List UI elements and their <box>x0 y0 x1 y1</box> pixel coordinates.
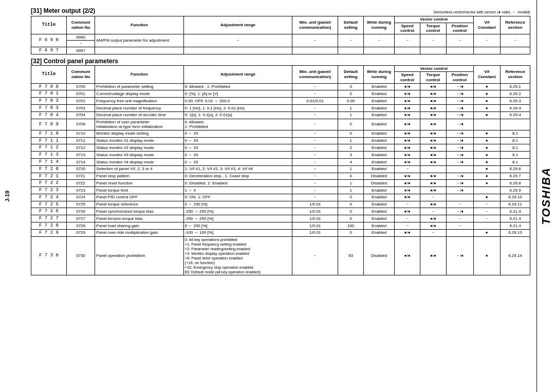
cell-ref: 6.29.1 <box>501 83 530 90</box>
cell-ref: 6.21.4 <box>501 222 530 230</box>
cell-pos: －/● <box>446 158 473 165</box>
cell-torque: ●/● <box>420 130 446 137</box>
cell-default: 3 <box>338 152 363 159</box>
cell-write: － <box>364 34 395 47</box>
cell-function: Frequency free unit magnification <box>95 98 183 105</box>
cell-function: Decimal place number of acc/dec time <box>95 111 183 119</box>
cell-function: Status monitor #3 display mode <box>95 152 183 159</box>
cell-min: 1/0.01 <box>292 208 338 215</box>
cell-vf: ● <box>473 180 501 187</box>
cell-torque: ●/● <box>420 152 446 159</box>
cell-comm: 0709 <box>66 119 95 130</box>
cell-adj: 0: ON, 1: OFF <box>183 194 292 201</box>
cell-comm: 0690 <box>66 34 95 41</box>
cell-ref <box>501 119 530 130</box>
header2-ref: Referencesection <box>501 65 530 83</box>
cell-speed: ●/● <box>394 180 420 187</box>
cell-title: F 7 1 1 <box>31 137 67 144</box>
cell-ref: 6.29.3 <box>501 98 530 105</box>
cell-comm: 0702 <box>66 98 95 105</box>
header2-vector: Vector control <box>394 65 473 72</box>
cell-speed: ●/● <box>394 137 420 144</box>
cell-min: － <box>292 119 338 130</box>
page-container: J-19 TOSHIBA [31] Meter output (2/2) Sen… <box>0 0 555 392</box>
table-row: F 7 0 2 0702 Frequency free unit magnifi… <box>31 98 530 105</box>
cell-vf: ● <box>473 165 501 173</box>
cell-title: F 7 2 3 <box>31 187 67 194</box>
cell-default <box>338 47 363 54</box>
cell-adj <box>183 47 292 54</box>
cell-speed: ●/● <box>394 144 420 152</box>
cell-adj: 0 ～ 250 [%] <box>183 201 292 208</box>
sensorless-note: Sensorless vector/vector with sensor (● … <box>433 10 530 15</box>
cell-title: F 7 2 8 <box>31 222 67 230</box>
cell-comm: 0722 <box>66 180 95 187</box>
table-row: F 7 2 4 0724 Panel PID control OFF 0: ON… <box>31 194 530 201</box>
cell-pos: － <box>446 222 473 230</box>
cell-title: F 6 9 0 <box>31 34 67 47</box>
cell-pos: － <box>446 201 473 208</box>
table-row: F 7 2 3 0723 Panel torque limit 1 ～ 4 － … <box>31 187 530 194</box>
cell-comm: 0726 <box>66 208 95 215</box>
cell-min: 1/0.01 <box>292 229 338 236</box>
cell-pos: －/● <box>446 144 473 152</box>
cell-speed <box>394 47 420 54</box>
cell-pos: －/● <box>446 90 473 98</box>
cell-speed: ●/● <box>394 173 420 180</box>
cell-ref: 6.29.4 <box>501 104 530 111</box>
cell-vf: ● <box>473 111 501 119</box>
cell-ref: 6.21.4 <box>501 215 530 222</box>
cell-adj: 0: Disabled, 1: Enabled <box>183 180 292 187</box>
cell-torque: ●/● <box>420 180 446 187</box>
cell-comm: 0727 <box>66 215 95 222</box>
cell-vf <box>473 187 501 194</box>
table-row: F 7 1 2 0712 Status monitor #2 display m… <box>31 144 530 152</box>
cell-vf <box>473 222 501 230</box>
cell-torque: － <box>420 208 446 215</box>
cell-title: F 7 2 0 <box>31 165 67 173</box>
cell-comm: 0714 <box>66 158 95 165</box>
cell-pos: － <box>446 215 473 222</box>
cell-write: Disabled <box>364 173 395 180</box>
cell-ref: 6.29.4 <box>501 111 530 119</box>
cell-torque: ●/● <box>420 158 446 165</box>
cell-min: － <box>292 194 338 201</box>
cell-adj: 0: All key operations prohibited +1: Pan… <box>183 236 292 275</box>
cell-function: Prohibition of user parameterinitializat… <box>95 119 183 130</box>
cell-speed: ●/● <box>394 83 420 90</box>
cell-min: － <box>292 34 338 47</box>
cell-adj: 0 ～ 29 <box>183 137 292 144</box>
cell-title: F 7 2 2 <box>31 180 67 187</box>
cell-title: F 7 2 6 <box>31 208 67 215</box>
cell-default: 1 <box>338 137 363 144</box>
cell-write: Enabled <box>364 158 395 165</box>
toshiba-sidebar: TOSHIBA <box>536 0 555 392</box>
header-speed: Speedcontrol <box>394 23 420 34</box>
header2-min: Min. unit (panel/communication) <box>292 65 338 83</box>
cell-write: Enabled <box>364 194 395 201</box>
cell-default: 0 <box>338 215 363 222</box>
cell-vf: ● <box>473 83 501 90</box>
cell-adj: 1: V/f #1, 2: V/f #2, 3: V/f #3, 4: V/f … <box>183 165 292 173</box>
cell-speed: ●/● <box>394 130 420 137</box>
cell-pos: －/● <box>446 152 473 159</box>
cell-speed: ●/● <box>394 98 420 105</box>
cell-write: Enabled <box>364 98 395 105</box>
cell-title: F 7 2 1 <box>31 173 67 180</box>
cell-vf: ● <box>473 236 501 275</box>
cell-default: － <box>338 34 363 47</box>
cell-ref: 6.21.4 <box>501 208 530 215</box>
cell-min: － <box>292 173 338 180</box>
cell-title: F 7 2 7 <box>31 215 67 222</box>
cell-function: Status monitor #4 display mode <box>95 158 183 165</box>
cell-write: Disabled <box>364 236 395 275</box>
cell-min: 1/0.01 <box>292 215 338 222</box>
cell-title: F 7 2 4 <box>31 194 67 201</box>
cell-torque <box>420 165 446 173</box>
cell-ref: 8.1 <box>501 137 530 144</box>
cell-ref <box>501 47 530 54</box>
cell-torque: ●/● <box>420 215 446 222</box>
cell-vf <box>473 47 501 54</box>
cell-default: 0 <box>338 90 363 98</box>
section2-table: Title Communication No Function Adjustme… <box>31 65 530 275</box>
